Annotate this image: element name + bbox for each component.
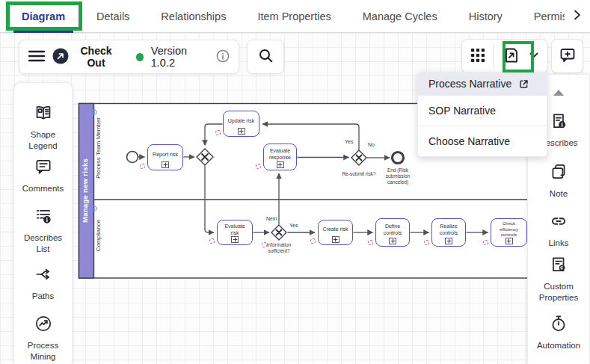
panel-item-links[interactable]: Links	[528, 212, 589, 249]
end-event[interactable]	[393, 152, 404, 164]
search-button[interactable]	[258, 48, 274, 66]
lane-attribute-icon[interactable]	[91, 105, 97, 118]
task-marker-icon	[215, 130, 221, 135]
task-label: Define controls	[378, 223, 407, 237]
task-marker-icon	[368, 240, 373, 245]
start-event[interactable]	[127, 152, 138, 163]
tab-relationships[interactable]: Relationships	[145, 0, 242, 33]
narrative-document-button[interactable]	[503, 46, 520, 67]
task-evaluate-response[interactable]: Evaluate response	[263, 144, 297, 170]
info-icon	[216, 49, 230, 65]
task-marker-icon	[424, 240, 429, 245]
apps-grid-button[interactable]	[470, 48, 485, 65]
task-marker-icon	[140, 164, 145, 169]
subprocess-marker-icon	[238, 128, 245, 135]
task-label: Evaluate response	[266, 148, 294, 161]
panel-item-label: Custom Properties	[528, 281, 589, 303]
panel-item-label: Describes List	[14, 232, 72, 255]
panel-item-custom-properties[interactable]: Custom Properties	[528, 255, 589, 303]
diagram-canvas[interactable]: Manage new risks Process Team Member Com…	[0, 33, 590, 364]
subprocess-marker-icon	[445, 238, 452, 244]
menu-item-choose-narrative[interactable]: Choose Narrative	[418, 126, 547, 156]
toolbar-main-card: Check Out Version 1.0.2	[19, 40, 239, 74]
automation-icon	[549, 314, 568, 336]
tab-manage-cycles[interactable]: Manage Cycles	[347, 0, 453, 33]
gateway2-question-label: Re-submit risk?	[338, 171, 380, 177]
describes-list-icon	[34, 206, 53, 229]
tab-item-properties[interactable]: Item Properties	[242, 0, 346, 33]
flow-label-nein: Nein	[266, 216, 277, 223]
task-realize-controls[interactable]: Realize controls	[431, 218, 466, 247]
add-comment-button[interactable]	[559, 46, 577, 67]
version-status-dot	[136, 53, 144, 61]
comments-icon	[34, 157, 53, 179]
check-out-button[interactable]: Check Out	[52, 45, 118, 69]
subprocess-marker-icon	[162, 161, 169, 168]
panel-item-label: Shape Legend	[14, 129, 72, 152]
task-label: Report risk	[153, 152, 178, 158]
menu-item-process-narrative[interactable]: Process Narrative	[418, 73, 547, 95]
panel-item-process-mining[interactable]: Process Mining	[14, 314, 72, 363]
flow-label-no: No	[368, 142, 375, 149]
task-create-risk[interactable]: Create risk	[318, 220, 353, 245]
narrative-dropdown-chevron[interactable]	[529, 50, 539, 63]
tab-overflow-chevron[interactable]	[565, 0, 590, 32]
left-tool-panel: Shape Legend Comments	[13, 82, 73, 364]
task-check-efficiency-controls[interactable]: Check efficiency controls	[491, 218, 527, 247]
menu-item-label: SOP Narrative	[428, 105, 496, 117]
process-mining-icon	[34, 314, 53, 336]
task-label: Create risk	[323, 226, 348, 233]
app-window: Diagram Details Relationships Item Prope…	[0, 0, 590, 364]
scroll-up-icon[interactable]	[553, 90, 564, 96]
subprocess-marker-icon	[332, 236, 339, 243]
panel-item-comments[interactable]: Comments	[14, 157, 72, 194]
search-card	[247, 40, 284, 74]
panel-item-shape-legend[interactable]: Shape Legend	[14, 103, 72, 152]
tab-bar: Diagram Details Relationships Item Prope…	[0, 0, 590, 33]
hamburger-menu-button[interactable]	[28, 49, 45, 65]
panel-item-label: Automation	[534, 340, 583, 351]
tab-details[interactable]: Details	[81, 0, 145, 33]
lane-attribute-icon[interactable]	[91, 201, 97, 215]
panel-item-paths[interactable]: Paths	[14, 265, 72, 302]
task-marker-icon	[483, 240, 488, 245]
document-export-icon	[503, 46, 520, 67]
panel-item-label: Process Mining	[14, 340, 72, 363]
chevron-right-icon	[571, 9, 583, 24]
subprocess-marker-icon	[506, 238, 513, 244]
gateway3-question-label: Information sufficient?	[262, 242, 296, 254]
task-marker-icon	[209, 238, 215, 244]
comment-plus-icon	[559, 46, 577, 67]
task-evaluate-risk[interactable]: Evaluate risk	[217, 220, 253, 245]
task-update-risk[interactable]: Update risk	[223, 111, 259, 137]
task-label: Check efficiency controls	[494, 221, 524, 238]
panel-item-automation[interactable]: Automation	[528, 314, 589, 351]
paths-icon	[34, 265, 53, 287]
task-label: Realize controls	[434, 223, 463, 237]
search-icon	[258, 48, 274, 66]
menu-item-sop-narrative[interactable]: SOP Narrative	[418, 96, 547, 126]
check-out-icon	[52, 48, 69, 67]
task-report-risk[interactable]: Report risk	[147, 144, 183, 170]
task-label: Evaluate risk	[220, 223, 250, 237]
hamburger-icon	[28, 49, 45, 65]
end-event-label: End (Risk submission canceled)	[379, 167, 417, 185]
links-icon	[549, 212, 568, 234]
toolbar-narrative-card	[461, 39, 548, 73]
note-icon	[549, 162, 568, 185]
subprocess-marker-icon	[277, 161, 284, 168]
menu-item-label: Choose Narrative	[428, 135, 510, 147]
panel-item-describes-list[interactable]: Describes List	[14, 206, 72, 255]
panel-item-note[interactable]: Note	[528, 162, 589, 200]
panel-item-label: Links	[546, 238, 572, 249]
subprocess-marker-icon	[231, 236, 239, 243]
panel-item-label: Comments	[19, 183, 67, 194]
chevron-down-icon	[529, 50, 539, 63]
task-define-controls[interactable]: Define controls	[375, 218, 410, 247]
version-info-button[interactable]	[216, 49, 230, 65]
menu-item-label: Process Narrative	[428, 78, 511, 90]
tab-history[interactable]: History	[453, 0, 518, 33]
tab-diagram[interactable]: Diagram	[6, 0, 81, 33]
flow-label-yes: Yes	[345, 139, 353, 146]
flow-label-yes-2: Yes	[289, 223, 298, 229]
